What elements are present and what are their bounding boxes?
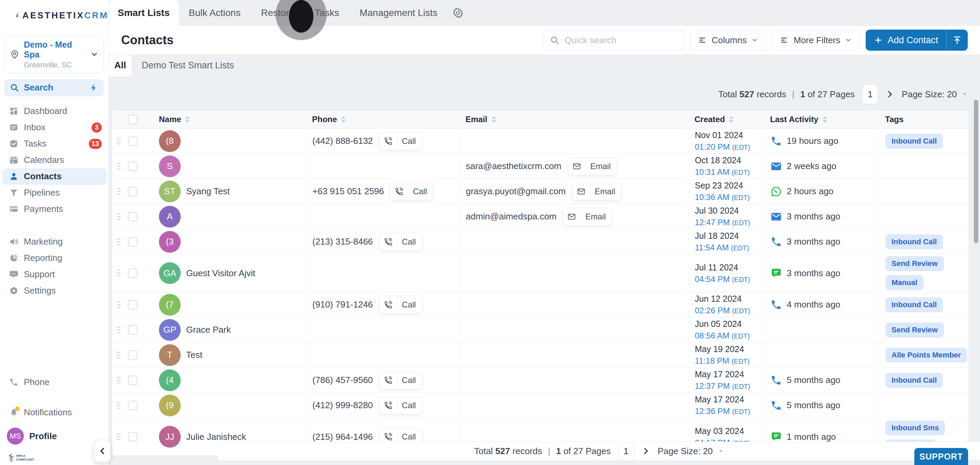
columns-button[interactable]: Columns	[690, 30, 766, 51]
name-cell[interactable]: GAGuest Visitor Ajvit	[146, 254, 307, 292]
row-drag-handle[interactable]	[112, 343, 125, 367]
sidebar-item-marketing[interactable]: Marketing	[0, 234, 108, 250]
name-cell[interactable]: GPGrace Park	[146, 317, 307, 342]
page-number-input[interactable]: 1	[862, 84, 878, 104]
sidebar-collapse-button[interactable]	[94, 440, 111, 462]
sidebar-item-profile[interactable]: MS Profile	[0, 427, 108, 446]
name-cell[interactable]: STSyang Test	[146, 179, 307, 204]
column-header-created[interactable]: Created	[688, 111, 765, 128]
vertical-scrollbar-thumb[interactable]	[974, 100, 978, 243]
call-activity-icon	[770, 375, 782, 386]
topnav-tab-management-lists[interactable]: Management Lists	[350, 0, 448, 26]
sidebar-item-support[interactable]: Support	[0, 267, 108, 282]
row-checkbox[interactable]	[128, 432, 137, 441]
row-drag-handle[interactable]	[112, 154, 125, 179]
list-tab-all[interactable]: All	[109, 55, 132, 76]
topnav-tab-tasks[interactable]: Tasks	[305, 0, 350, 26]
sort-icon[interactable]	[185, 116, 190, 123]
row-checkbox[interactable]	[128, 401, 137, 410]
column-header-email[interactable]: Email	[460, 111, 688, 128]
call-button[interactable]: Call	[379, 296, 422, 314]
page-size-select[interactable]: Page Size: 20	[902, 89, 968, 100]
column-header-phone[interactable]: Phone	[307, 111, 460, 128]
sidebar-item-tasks[interactable]: Tasks13	[0, 136, 108, 152]
topnav-tab-restore[interactable]: Restore	[251, 0, 305, 26]
name-cell[interactable]: (7	[146, 292, 307, 317]
sidebar-item-calendars[interactable]: Calendars	[0, 152, 108, 168]
topnav-tab-label: Bulk Actions	[189, 8, 241, 18]
name-cell[interactable]: (4	[146, 368, 307, 392]
next-page-button[interactable]	[641, 447, 650, 455]
sidebar-item-pipelines[interactable]: Pipelines	[0, 185, 108, 201]
row-checkbox[interactable]	[128, 237, 137, 247]
name-cell[interactable]: TTest	[146, 343, 307, 367]
row-checkbox[interactable]	[128, 350, 137, 360]
name-cell[interactable]: (8	[146, 129, 307, 153]
sidebar-search[interactable]: Search	[5, 79, 104, 96]
email-button[interactable]: Email	[568, 157, 617, 175]
sidebar-item-reporting[interactable]: Reporting	[0, 250, 108, 267]
sort-icon[interactable]	[492, 116, 496, 123]
row-drag-handle[interactable]	[112, 317, 125, 342]
sort-icon[interactable]	[341, 116, 346, 123]
quick-search-input[interactable]	[565, 35, 677, 46]
column-header-last_activity[interactable]: Last Activity	[765, 111, 876, 128]
select-all-checkbox[interactable]	[128, 115, 137, 124]
topnav-tab-bulk-actions[interactable]: Bulk Actions	[179, 0, 251, 26]
call-button[interactable]: Call	[379, 233, 422, 251]
row-checkbox[interactable]	[128, 376, 137, 385]
quick-search-field[interactable]	[543, 30, 684, 51]
sidebar-item-contacts[interactable]: Contacts	[2, 168, 107, 185]
call-button[interactable]: Call	[390, 183, 433, 200]
email-button[interactable]: Email	[563, 208, 612, 225]
more-filters-button[interactable]: More Filters	[772, 30, 859, 51]
call-button[interactable]: Call	[379, 397, 422, 414]
row-drag-handle[interactable]	[112, 254, 125, 292]
sidebar-item-phone[interactable]: Phone	[0, 374, 108, 390]
row-drag-handle[interactable]	[112, 418, 125, 455]
sidebar-item-notifications[interactable]: Notifications	[0, 404, 108, 421]
tags-cell	[876, 393, 969, 418]
sidebar-item-inbox[interactable]: Inbox3	[0, 119, 108, 136]
row-checkbox[interactable]	[128, 300, 137, 309]
sort-icon[interactable]	[822, 116, 827, 123]
name-cell[interactable]: A	[146, 204, 307, 229]
column-header-tags[interactable]: Tags	[876, 111, 969, 128]
name-cell[interactable]: (9	[146, 393, 307, 418]
column-header-name[interactable]: Name	[146, 111, 307, 128]
tags-cell: Alle Points Member	[876, 343, 969, 367]
call-button[interactable]: Call	[379, 132, 422, 150]
location-selector[interactable]: Demo - Med Spa Greenville, SC	[5, 36, 104, 73]
row-checkbox[interactable]	[128, 212, 137, 221]
row-drag-handle[interactable]	[112, 292, 125, 317]
import-contacts-button[interactable]	[947, 30, 968, 51]
sidebar-item-payments[interactable]: Payments	[0, 201, 108, 217]
name-cell[interactable]: (3	[146, 229, 307, 254]
row-checkbox[interactable]	[128, 162, 137, 171]
row-drag-handle[interactable]	[112, 393, 125, 418]
next-page-button[interactable]	[885, 90, 894, 98]
list-settings-button[interactable]	[447, 0, 469, 26]
row-drag-handle[interactable]	[112, 129, 125, 153]
call-button[interactable]: Call	[379, 371, 422, 389]
sidebar-item-settings[interactable]: Settings	[0, 282, 108, 299]
sidebar-item-dashboard[interactable]: Dashboard	[0, 103, 108, 119]
topnav-tab-smart-lists[interactable]: Smart Lists	[109, 0, 179, 26]
name-cell[interactable]: S	[146, 154, 307, 179]
row-drag-handle[interactable]	[112, 179, 125, 204]
email-button[interactable]: Email	[572, 183, 621, 200]
sort-icon[interactable]	[729, 116, 733, 123]
page-number-input[interactable]: 1	[618, 441, 634, 461]
row-drag-handle[interactable]	[112, 368, 125, 392]
row-drag-handle[interactable]	[112, 204, 125, 229]
row-drag-handle[interactable]	[112, 229, 125, 254]
add-contact-button[interactable]: Add Contact	[865, 30, 946, 51]
page-size-select[interactable]: Page Size: 20	[658, 446, 724, 457]
avatar: (4	[159, 370, 181, 391]
row-checkbox[interactable]	[128, 325, 137, 335]
support-button[interactable]: SUPPORT	[914, 448, 968, 465]
row-checkbox[interactable]	[128, 187, 137, 196]
row-checkbox[interactable]	[128, 268, 137, 278]
row-checkbox[interactable]	[128, 136, 137, 146]
list-tab-demo-test-smart-lists[interactable]: Demo Test Smart Lists	[132, 55, 244, 76]
